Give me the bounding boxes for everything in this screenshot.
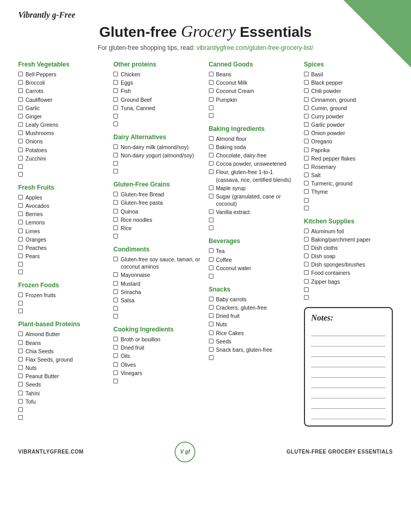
checkbox[interactable] [304, 97, 309, 102]
checkbox[interactable] [113, 114, 118, 118]
checkbox[interactable] [18, 374, 23, 378]
checkbox[interactable] [209, 225, 214, 230]
checkbox[interactable] [304, 287, 309, 292]
checkbox[interactable] [18, 292, 23, 297]
checkbox[interactable] [18, 365, 23, 370]
checkbox[interactable] [209, 339, 214, 343]
checkbox[interactable] [18, 399, 23, 404]
checkbox[interactable] [113, 362, 118, 367]
checkbox[interactable] [209, 185, 214, 190]
checkbox[interactable] [209, 72, 214, 76]
checkbox[interactable] [304, 206, 309, 210]
checkbox[interactable] [304, 295, 309, 300]
checkbox[interactable] [18, 220, 23, 224]
checkbox[interactable] [113, 289, 118, 294]
checkbox[interactable] [304, 229, 309, 233]
checkbox[interactable] [18, 245, 23, 250]
checkbox[interactable] [304, 172, 309, 177]
checkbox[interactable] [18, 105, 23, 110]
checkbox[interactable] [18, 122, 23, 127]
checkbox[interactable] [18, 203, 23, 208]
checkbox[interactable] [113, 144, 118, 149]
checkbox[interactable] [209, 144, 214, 149]
checkbox[interactable] [209, 297, 214, 301]
checkbox[interactable] [18, 237, 23, 242]
checkbox[interactable] [18, 415, 23, 420]
checkbox[interactable] [304, 130, 309, 135]
checkbox[interactable] [209, 248, 214, 253]
checkbox[interactable] [113, 217, 118, 222]
checkbox[interactable] [209, 330, 214, 335]
checkbox[interactable] [18, 262, 23, 267]
checkbox[interactable] [113, 345, 118, 350]
checkbox[interactable] [113, 314, 118, 318]
checkbox[interactable] [113, 169, 118, 174]
checkbox[interactable] [18, 97, 23, 102]
checkbox[interactable] [209, 209, 214, 214]
checkbox[interactable] [209, 355, 214, 360]
checkbox[interactable] [18, 148, 23, 152]
checkbox[interactable] [18, 340, 23, 345]
checkbox[interactable] [209, 257, 214, 262]
checkbox[interactable] [113, 370, 118, 375]
checkbox[interactable] [304, 72, 309, 76]
checkbox[interactable] [209, 80, 214, 85]
checkbox[interactable] [18, 309, 23, 313]
checkbox[interactable] [113, 200, 118, 205]
checkbox[interactable] [18, 254, 23, 258]
checkbox[interactable] [18, 156, 23, 161]
checkbox[interactable] [18, 195, 23, 200]
checkbox[interactable] [304, 88, 309, 93]
checkbox[interactable] [304, 262, 309, 267]
checkbox[interactable] [113, 80, 118, 85]
checkbox[interactable] [18, 164, 23, 169]
checkbox[interactable] [209, 113, 214, 118]
checkbox[interactable] [113, 234, 118, 238]
checkbox[interactable] [209, 313, 214, 318]
checkbox[interactable] [18, 331, 23, 336]
checkbox[interactable] [18, 80, 23, 85]
checkbox[interactable] [209, 88, 214, 93]
checkbox[interactable] [113, 97, 118, 102]
checkbox[interactable] [304, 156, 309, 161]
checkbox[interactable] [113, 192, 118, 196]
checkbox[interactable] [113, 298, 118, 302]
checkbox[interactable] [18, 114, 23, 118]
checkbox[interactable] [209, 265, 214, 270]
checkbox[interactable] [18, 407, 23, 412]
checkbox[interactable] [304, 122, 309, 127]
checkbox[interactable] [304, 270, 309, 275]
checkbox[interactable] [304, 245, 309, 250]
checkbox[interactable] [209, 194, 214, 198]
checkbox[interactable] [304, 148, 309, 152]
checkbox[interactable] [18, 270, 23, 274]
checkbox[interactable] [304, 105, 309, 110]
checkbox[interactable] [113, 153, 118, 157]
checkbox[interactable] [209, 105, 214, 110]
checkbox[interactable] [113, 225, 118, 230]
checkbox[interactable] [209, 218, 214, 222]
checkbox[interactable] [113, 281, 118, 286]
checkbox[interactable] [113, 88, 118, 93]
checkbox[interactable] [113, 105, 118, 110]
checkbox[interactable] [113, 161, 118, 166]
checkbox[interactable] [18, 357, 23, 362]
checkbox[interactable] [209, 322, 214, 326]
checkbox[interactable] [209, 97, 214, 102]
checkbox[interactable] [113, 337, 118, 341]
checkbox[interactable] [18, 229, 23, 233]
checkbox[interactable] [18, 139, 23, 143]
checkbox[interactable] [209, 305, 214, 310]
checkbox[interactable] [18, 88, 23, 93]
checkbox[interactable] [18, 130, 23, 135]
checkbox[interactable] [304, 237, 309, 242]
checkbox[interactable] [209, 153, 214, 157]
checkbox[interactable] [304, 254, 309, 258]
checkbox[interactable] [18, 301, 23, 305]
checkbox[interactable] [209, 161, 214, 166]
checkbox[interactable] [18, 172, 23, 177]
checkbox[interactable] [113, 379, 118, 383]
checkbox[interactable] [113, 353, 118, 358]
checkbox[interactable] [113, 122, 118, 126]
checkbox[interactable] [304, 181, 309, 185]
